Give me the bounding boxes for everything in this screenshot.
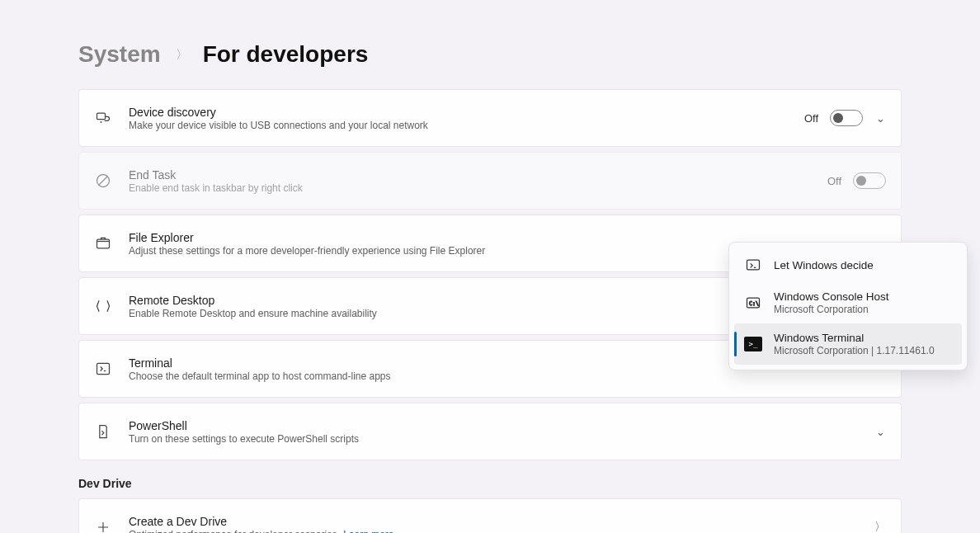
console-host-icon: C:\ [744, 294, 762, 312]
plus-icon [94, 518, 112, 533]
row-desc: Turn on these settings to execute PowerS… [129, 433, 858, 445]
row-title: Create a Dev Drive [129, 515, 858, 528]
option-subtitle: Microsoft Corporation | 1.17.11461.0 [774, 345, 952, 356]
svg-rect-5 [747, 260, 760, 270]
row-title: PowerShell [129, 419, 858, 432]
breadcrumb-parent[interactable]: System [78, 41, 161, 68]
terminal-icon [94, 360, 112, 378]
option-title: Windows Terminal [774, 332, 952, 344]
terminal-option-windows-terminal[interactable]: >_ Windows Terminal Microsoft Corporatio… [734, 323, 962, 365]
row-desc: Make your device visible to USB connecti… [129, 120, 788, 131]
breadcrumb-current: For developers [203, 41, 369, 68]
windows-terminal-icon: >_ [744, 335, 762, 353]
breadcrumb: System 〉 For developers [78, 41, 902, 68]
row-create-dev-drive[interactable]: Create a Dev Drive Optimized performance… [78, 498, 902, 533]
svg-rect-0 [97, 113, 106, 120]
svg-point-1 [101, 122, 101, 123]
chevron-down-icon[interactable]: ⌄ [874, 112, 886, 125]
chevron-down-icon[interactable]: ⌄ [874, 426, 886, 438]
section-dev-drive-heading: Dev Drive [78, 477, 902, 490]
row-powershell[interactable]: PowerShell Turn on these settings to exe… [78, 403, 902, 460]
end-task-icon [94, 172, 112, 190]
chevron-right-icon: 〉 [176, 47, 188, 63]
terminal-option-let-windows-decide[interactable]: Let Windows decide [734, 248, 962, 282]
chevron-right-icon[interactable]: 〉 [874, 520, 886, 533]
option-title: Windows Console Host [774, 290, 952, 303]
option-subtitle: Microsoft Corporation [774, 304, 952, 315]
learn-more-link[interactable]: Learn more [343, 529, 393, 534]
svg-rect-3 [97, 239, 110, 248]
row-desc: Choose the default terminal app to host … [129, 370, 869, 382]
row-title: End Task [129, 168, 811, 182]
remote-desktop-icon [94, 297, 112, 315]
console-icon [744, 256, 762, 274]
device-discovery-icon [94, 109, 112, 127]
toggle-state-label: Off [804, 112, 818, 125]
row-desc: Optimized performance for developer scen… [129, 529, 858, 534]
option-title: Let Windows decide [774, 259, 952, 271]
row-desc: Enable end task in taskbar by right clic… [129, 182, 811, 194]
file-explorer-icon [94, 234, 112, 252]
row-title: Device discovery [129, 106, 788, 119]
row-end-task[interactable]: End Task Enable end task in taskbar by r… [78, 152, 902, 210]
terminal-option-console-host[interactable]: C:\ Windows Console Host Microsoft Corpo… [734, 282, 962, 323]
device-discovery-toggle[interactable] [830, 110, 863, 126]
terminal-picker-popup: Let Windows decide C:\ Windows Console H… [728, 242, 968, 370]
toggle-state-label: Off [827, 175, 841, 187]
end-task-toggle[interactable] [853, 172, 886, 189]
powershell-icon [94, 422, 112, 441]
row-device-discovery[interactable]: Device discovery Make your device visibl… [78, 89, 902, 147]
svg-text:C:\: C:\ [749, 300, 759, 307]
